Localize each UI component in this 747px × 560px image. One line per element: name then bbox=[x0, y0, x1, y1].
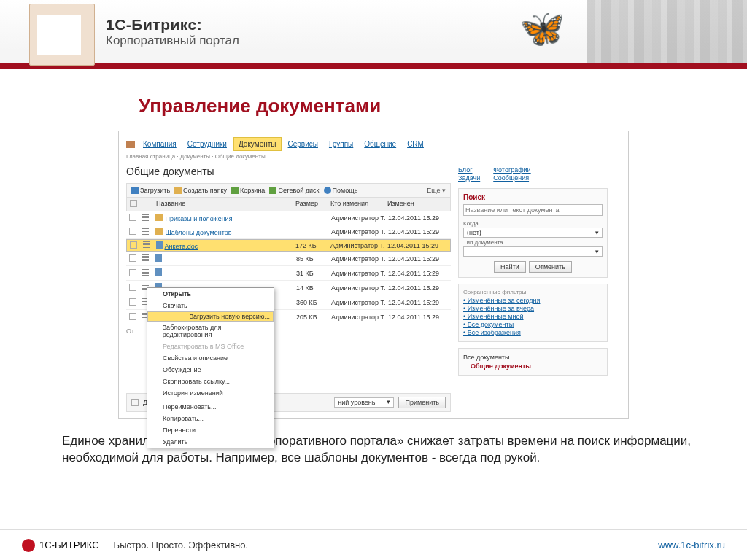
brand-name: 1С-Битрикс: bbox=[106, 16, 239, 34]
ql-blog[interactable]: Блог bbox=[458, 166, 480, 174]
filter-link[interactable]: • Изменённые за вчера bbox=[463, 305, 603, 312]
tb-create-folder[interactable]: Создать папку bbox=[174, 187, 227, 194]
menu-icon[interactable] bbox=[142, 214, 149, 221]
doc-tree: Все документы Общие документы bbox=[458, 348, 608, 376]
ctx-icon bbox=[152, 366, 159, 373]
filter-link[interactable]: • Изменённые мной bbox=[463, 313, 603, 320]
cell-when: 12.04.2011 15:29 bbox=[388, 228, 448, 236]
apply-button[interactable]: Применить bbox=[398, 397, 446, 408]
table-row[interactable]: Шаблоны документовАдминистратор Т.12.04.… bbox=[126, 225, 451, 239]
ql-messages[interactable]: Сообщения bbox=[493, 174, 530, 182]
ctx-item[interactable]: Загрузить новую версию... bbox=[147, 311, 274, 322]
header-title: 1С-Битрикс: Корпоративный портал bbox=[106, 16, 239, 48]
context-menu: ОткрытьСкачатьЗагрузить новую версию...З… bbox=[147, 287, 274, 448]
nav-employees[interactable]: Сотрудники bbox=[183, 138, 231, 150]
nav-documents[interactable]: Документы bbox=[233, 137, 282, 151]
ql-tasks[interactable]: Задачи bbox=[458, 174, 480, 182]
row-checkbox[interactable] bbox=[129, 313, 136, 320]
menu-icon[interactable] bbox=[142, 228, 149, 235]
file-link[interactable]: Анкета.doc bbox=[165, 243, 198, 250]
row-checkbox[interactable] bbox=[130, 241, 137, 249]
cell-when: 12.04.2011 15:29 bbox=[388, 284, 448, 292]
ctx-icon bbox=[152, 427, 159, 434]
ctx-icon bbox=[152, 327, 159, 335]
row-checkbox[interactable] bbox=[129, 298, 136, 306]
search-when-label: Когда bbox=[463, 220, 603, 227]
cell-when: 12.04.2011 15:29 bbox=[388, 299, 448, 306]
tb-trash[interactable]: Корзина bbox=[231, 187, 265, 194]
search-title: Поиск bbox=[463, 193, 603, 201]
ctx-item[interactable]: Обсуждение bbox=[147, 364, 274, 376]
level-select[interactable]: ний уровень bbox=[334, 397, 394, 408]
filter-link[interactable]: • Все изображения bbox=[463, 329, 603, 336]
file-link[interactable]: Приказы и положения bbox=[166, 215, 233, 222]
ctx-item[interactable]: Скачать bbox=[147, 300, 274, 311]
row-checkbox[interactable] bbox=[129, 228, 136, 235]
ctx-item[interactable]: Заблокировать для редактирования bbox=[147, 322, 274, 341]
ctx-icon bbox=[152, 290, 159, 298]
filter-link[interactable]: • Все документы bbox=[463, 321, 603, 328]
select-all-checkbox[interactable] bbox=[130, 200, 137, 207]
nav-company[interactable]: Компания bbox=[139, 138, 181, 150]
product-box-graphic bbox=[29, 4, 95, 66]
search-type-select[interactable]: ▾ bbox=[463, 246, 603, 257]
row-checkbox[interactable] bbox=[129, 254, 136, 262]
menu-icon[interactable] bbox=[142, 254, 149, 261]
app-screenshot: Компания Сотрудники Документы Сервисы Гр… bbox=[118, 131, 629, 419]
table-row[interactable]: 31 КБАдминистратор Т.12.04.2011 15:29 bbox=[126, 266, 451, 281]
tree-root[interactable]: Все документы bbox=[463, 353, 603, 362]
slide-body-text: Единое хранилище документов «Корпоративн… bbox=[0, 419, 747, 467]
level-checkbox[interactable] bbox=[131, 399, 139, 406]
nav-groups[interactable]: Группы bbox=[325, 138, 357, 150]
filter-link[interactable]: • Изменённые за сегодня bbox=[463, 297, 603, 304]
ctx-icon bbox=[152, 302, 159, 309]
menu-icon[interactable] bbox=[142, 269, 149, 276]
nav-services[interactable]: Сервисы bbox=[284, 138, 322, 150]
ctx-item[interactable]: Скопировать ссылку... bbox=[147, 376, 274, 387]
search-when-select[interactable]: (нет)▾ bbox=[463, 228, 603, 238]
col-size[interactable]: Размер bbox=[295, 200, 330, 209]
table-row[interactable]: Приказы и положенияАдминистратор Т.12.04… bbox=[126, 211, 451, 225]
col-name[interactable]: Название bbox=[156, 200, 295, 209]
ctx-item: Редактировать в MS Office bbox=[147, 341, 274, 352]
ctx-item[interactable]: Свойства и описание bbox=[147, 352, 274, 364]
cell-size: 14 КБ bbox=[296, 284, 331, 292]
filters-header: Сохраненные фильтры bbox=[463, 289, 603, 295]
tb-netdisk[interactable]: Сетевой диск bbox=[269, 187, 319, 194]
nav-crm[interactable]: CRM bbox=[403, 138, 428, 150]
cell-who: Администратор Т. bbox=[331, 299, 388, 306]
home-icon[interactable] bbox=[126, 141, 135, 148]
search-find-button[interactable]: Найти bbox=[494, 261, 526, 273]
ctx-item[interactable]: Удалить bbox=[147, 436, 274, 448]
nav-communication[interactable]: Общение bbox=[360, 138, 400, 150]
table-row[interactable]: Анкета.doc172 КБАдминистратор Т.12.04.20… bbox=[126, 239, 451, 252]
col-who[interactable]: Кто изменил bbox=[330, 200, 387, 209]
ctx-icon bbox=[152, 403, 159, 411]
ctx-item[interactable]: Копировать... bbox=[147, 413, 274, 424]
tree-active-node[interactable]: Общие документы bbox=[463, 362, 603, 370]
search-input[interactable] bbox=[463, 204, 603, 216]
table-row[interactable]: 85 КБАдминистратор Т.12.04.2011 15:29 bbox=[126, 252, 451, 266]
row-checkbox[interactable] bbox=[129, 214, 136, 221]
cell-who: Администратор Т. bbox=[331, 255, 388, 262]
footer-slogan: Быстро. Просто. Эффективно. bbox=[114, 540, 249, 551]
search-cancel-button[interactable]: Отменить bbox=[529, 261, 572, 273]
ql-photos[interactable]: Фотографии bbox=[493, 166, 530, 174]
file-link[interactable]: Шаблоны документов bbox=[166, 229, 232, 236]
tb-upload[interactable]: Загрузить bbox=[131, 187, 170, 194]
doc-icon bbox=[155, 268, 162, 276]
tb-more[interactable]: Еще ▾ bbox=[427, 187, 446, 194]
row-checkbox[interactable] bbox=[129, 284, 136, 291]
col-when[interactable]: Изменен bbox=[387, 200, 447, 209]
ctx-item[interactable]: Перенести... bbox=[147, 424, 274, 436]
ctx-item[interactable]: История изменений bbox=[147, 387, 274, 399]
cell-who: Администратор Т. bbox=[331, 270, 388, 277]
table-header: Название Размер Кто изменил Изменен bbox=[126, 198, 451, 211]
ctx-item[interactable]: Открыть bbox=[147, 288, 274, 300]
tb-help[interactable]: Помощь bbox=[324, 187, 358, 194]
menu-icon[interactable] bbox=[143, 241, 150, 248]
cell-size: 205 КБ bbox=[296, 314, 331, 321]
row-checkbox[interactable] bbox=[129, 269, 136, 276]
ctx-icon bbox=[152, 343, 159, 350]
ctx-item[interactable]: Переименовать... bbox=[147, 401, 274, 413]
